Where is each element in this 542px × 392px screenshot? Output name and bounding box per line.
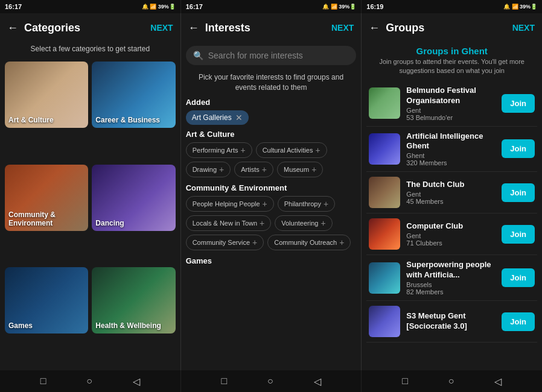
- interest-cultural-activities[interactable]: Cultural Activities +: [256, 142, 327, 158]
- plus-icon: +: [315, 145, 320, 155]
- interest-people-helping-label: People Helping People: [193, 200, 260, 207]
- interest-performing-arts[interactable]: Performing Arts +: [186, 142, 252, 158]
- group-thumb-dutch-club: [369, 177, 400, 208]
- status-segment-2: 16:17 🔔 📶 39%🔋: [181, 0, 362, 13]
- interest-community-outreach[interactable]: Community Outreach +: [267, 235, 351, 250]
- back-button-interests[interactable]: ←: [188, 22, 199, 34]
- circle-icon-2[interactable]: ○: [267, 376, 273, 387]
- interest-artists[interactable]: Artists +: [234, 162, 273, 177]
- interest-museum[interactable]: Museum +: [277, 162, 323, 177]
- tag-art-galleries[interactable]: Art Galleries ✕: [186, 110, 249, 125]
- back-icon-3[interactable]: ◁: [494, 376, 502, 387]
- category-community-label: Community &Environment: [8, 210, 56, 227]
- interest-community-env: Community & Environment People Helping P…: [186, 183, 357, 250]
- interest-community-service-label: Community Service: [193, 239, 250, 246]
- interest-performing-arts-label: Performing Arts: [193, 147, 238, 154]
- groups-in-label: Groups in: [416, 46, 459, 56]
- tag-remove-icon[interactable]: ✕: [235, 113, 243, 122]
- join-button-ai-ghent[interactable]: Join: [502, 139, 535, 158]
- nav-groups: ← Groups NEXT: [362, 13, 542, 42]
- join-button-computer-club[interactable]: Join: [502, 225, 535, 244]
- interest-volunteering-label: Volunteering: [281, 220, 318, 227]
- square-icon-3[interactable]: □: [402, 376, 408, 387]
- back-icon-1[interactable]: ◁: [133, 376, 140, 387]
- group-members-computer-club: 71 Clubbers: [406, 239, 497, 247]
- back-button-categories[interactable]: ←: [7, 22, 18, 34]
- group-name-belmundo: Belmundo Festival Organisatoren: [406, 86, 497, 106]
- circle-icon-3[interactable]: ○: [448, 376, 454, 387]
- panel-categories: ← Categories NEXT Select a few categorie…: [0, 13, 181, 370]
- search-bar[interactable]: 🔍 Search for more interests: [186, 46, 357, 65]
- group-item-dutch-club[interactable]: The Dutch Club Gent 45 Members Join: [366, 172, 537, 213]
- plus-icon: +: [260, 218, 264, 228]
- group-thumb-superpowering: [369, 262, 400, 294]
- interest-museum-label: Museum: [284, 166, 309, 173]
- join-button-s3[interactable]: Join: [502, 312, 535, 331]
- group-members-belmundo: 53 Belmundo'er: [406, 114, 497, 121]
- interest-cat-community-title: Community & Environment: [186, 183, 357, 192]
- next-button-groups[interactable]: NEXT: [512, 23, 535, 33]
- groups-in-title: Groups in Ghent: [369, 46, 535, 56]
- status-segment-3: 16:19 🔔 📶 39%🔋: [362, 0, 542, 13]
- category-career-label: Career & Business: [95, 116, 160, 124]
- circle-icon-1[interactable]: ○: [86, 376, 92, 387]
- time-1: 16:17: [5, 3, 22, 10]
- interest-community-service[interactable]: Community Service +: [186, 235, 264, 250]
- category-dancing[interactable]: Dancing: [92, 165, 175, 231]
- nav-categories: ← Categories NEXT: [0, 13, 180, 42]
- interest-artists-label: Artists: [241, 166, 260, 173]
- category-dancing-label: Dancing: [95, 219, 124, 227]
- added-section: Added Art Galleries ✕: [186, 98, 357, 125]
- category-games[interactable]: Games: [5, 267, 88, 334]
- next-button-categories[interactable]: NEXT: [150, 23, 173, 33]
- time-3: 16:19: [366, 3, 383, 10]
- category-career[interactable]: Career & Business: [92, 62, 175, 128]
- group-location-dutch-club: Gent: [406, 191, 497, 198]
- group-info-s3: S3 Meetup Gent [Sociocratie 3.0]: [406, 311, 497, 332]
- group-item-superpowering[interactable]: Superpowering people with Artificia... B…: [366, 255, 537, 301]
- category-art[interactable]: Art & Culture: [5, 62, 88, 128]
- group-item-belmundo[interactable]: Belmundo Festival Organisatoren Gent 53 …: [366, 81, 537, 127]
- status-icons-2: 🔔 📶 39%🔋: [322, 4, 356, 10]
- group-members-dutch-club: 45 Members: [406, 198, 497, 205]
- interest-items-art: Performing Arts + Cultural Activities + …: [186, 142, 357, 177]
- category-health[interactable]: Health & Wellbeing: [92, 267, 175, 334]
- panel-groups: ← Groups NEXT Groups in Ghent Join group…: [362, 13, 542, 370]
- interest-cultural-label: Cultural Activities: [263, 147, 313, 154]
- back-button-groups[interactable]: ←: [369, 22, 380, 34]
- plus-icon: +: [262, 165, 267, 174]
- interest-locals[interactable]: Locals & New in Town +: [186, 215, 272, 231]
- interest-drawing[interactable]: Drawing +: [186, 162, 231, 177]
- interest-philanthropy[interactable]: Philanthropy +: [278, 196, 335, 212]
- group-item-computer-club[interactable]: Computer Club Gent 71 Clubbers Join: [366, 213, 537, 255]
- interests-title: Interests: [205, 22, 331, 34]
- interest-volunteering[interactable]: Volunteering +: [275, 215, 332, 231]
- square-icon-1[interactable]: □: [40, 376, 46, 387]
- join-button-superpowering[interactable]: Join: [502, 268, 535, 287]
- interests-subtitle: Pick your favorite interests to find gro…: [181, 70, 362, 98]
- status-segment-1: 16:17 🔔 📶 39%🔋: [0, 0, 181, 13]
- status-icons-3: 🔔 📶 39%🔋: [503, 4, 537, 10]
- plus-icon: +: [311, 165, 316, 174]
- group-thumb-computer-club: [369, 218, 400, 250]
- plus-icon: +: [252, 238, 257, 247]
- groups-subtitle: Join groups to attend their events. You'…: [369, 57, 535, 76]
- category-art-label: Art & Culture: [8, 116, 54, 124]
- group-info-ai-ghent: Artificial Intelligence Ghent Ghent 320 …: [406, 131, 497, 167]
- group-thumb-belmundo: [369, 87, 400, 119]
- category-community[interactable]: Community &Environment: [5, 165, 88, 231]
- panels-container: ← Categories NEXT Select a few categorie…: [0, 13, 542, 370]
- category-games-label: Games: [8, 321, 33, 330]
- back-icon-2[interactable]: ◁: [314, 376, 321, 387]
- next-button-interests[interactable]: NEXT: [331, 23, 354, 33]
- group-item-s3[interactable]: S3 Meetup Gent [Sociocratie 3.0] Join: [366, 301, 537, 343]
- square-icon-2[interactable]: □: [222, 376, 228, 387]
- interest-community-outreach-label: Community Outreach: [274, 239, 337, 246]
- group-members-superpowering: 82 Members: [406, 288, 497, 296]
- categories-subtitle: Select a few categories to get started: [0, 42, 180, 58]
- join-button-dutch-club[interactable]: Join: [502, 183, 535, 202]
- group-item-ai-ghent[interactable]: Artificial Intelligence Ghent Ghent 320 …: [366, 127, 537, 172]
- categories-grid: Art & Culture Career & Business Communit…: [0, 58, 180, 370]
- join-button-belmundo[interactable]: Join: [502, 94, 535, 113]
- interest-people-helping[interactable]: People Helping People +: [186, 196, 274, 212]
